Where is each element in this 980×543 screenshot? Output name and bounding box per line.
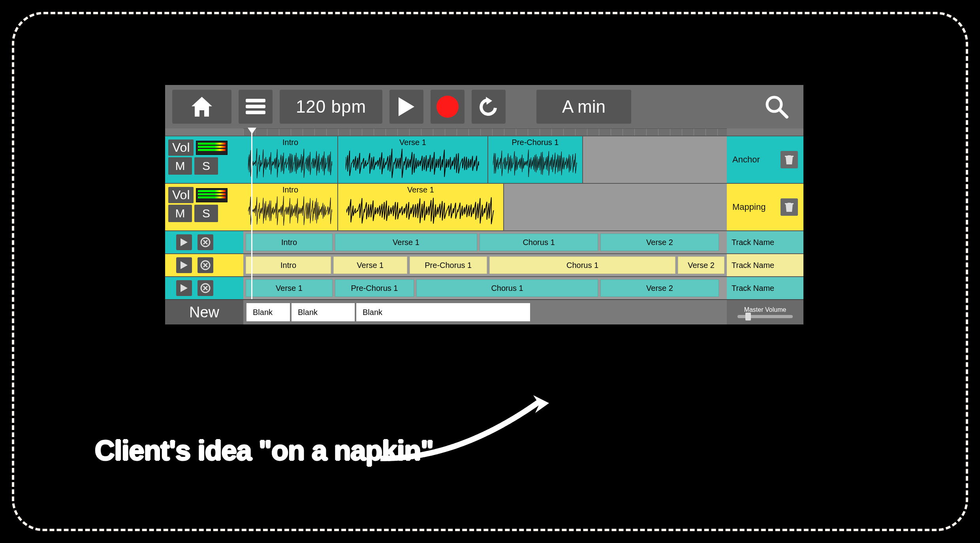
audio-clip[interactable]: Verse 1 [338, 184, 504, 230]
track-play-button[interactable] [176, 257, 192, 273]
undo-button[interactable] [472, 90, 506, 124]
track-lane[interactable]: Intro Verse 1 [243, 184, 727, 230]
volume-label[interactable]: Vol [168, 140, 194, 156]
menu-button[interactable] [239, 90, 273, 124]
toolbar: 120 bpm A min [165, 85, 803, 128]
play-icon [181, 261, 188, 269]
svg-rect-0 [246, 99, 265, 102]
svg-rect-1 [246, 105, 265, 108]
x-circle-icon [200, 283, 211, 293]
trash-icon [784, 154, 794, 165]
section-segment[interactable]: Verse 1 [335, 234, 477, 251]
section-segment[interactable]: Pre-Chorus 1 [410, 256, 487, 274]
level-meter [196, 188, 228, 202]
section-lane[interactable]: IntroVerse 1Chorus 1Verse 2 [243, 231, 727, 253]
audio-clip[interactable]: Verse 1 [338, 136, 488, 183]
hamburger-icon [246, 99, 265, 115]
play-button[interactable] [389, 90, 423, 124]
section-track: IntroVerse 1Chorus 1Verse 2 Track Name [165, 230, 803, 253]
solo-button[interactable]: S [194, 205, 218, 222]
search-icon [764, 94, 789, 119]
solo-button[interactable]: S [194, 157, 218, 175]
level-meter [196, 141, 228, 155]
section-segment[interactable]: Chorus 1 [480, 234, 598, 251]
master-volume-slider[interactable] [737, 315, 793, 318]
home-icon [190, 96, 214, 117]
section-segment[interactable]: Chorus 1 [416, 279, 598, 297]
section-segment[interactable]: Verse 1 [333, 256, 407, 274]
search-button[interactable] [757, 90, 796, 124]
blank-segment[interactable]: Blank [246, 303, 290, 321]
svg-rect-2 [246, 111, 265, 114]
play-icon [181, 238, 188, 246]
volume-label[interactable]: Vol [168, 187, 194, 203]
track-play-button[interactable] [176, 280, 192, 296]
home-button[interactable] [172, 90, 231, 124]
section-segment[interactable]: Verse 2 [600, 234, 719, 251]
track-header: Vol M S [165, 184, 243, 230]
section-segment[interactable]: Chorus 1 [489, 256, 675, 274]
audio-clip[interactable]: Intro [243, 184, 338, 230]
mute-button[interactable]: M [168, 205, 192, 222]
audio-track: Vol M S Intro Verse 1 Mapping [165, 183, 803, 230]
undo-icon [478, 96, 499, 117]
clip-label: Verse 1 [407, 185, 434, 194]
key-display[interactable]: A min [536, 90, 631, 124]
x-circle-icon [200, 237, 211, 247]
section-track: Verse 1Pre-Chorus 1Chorus 1Verse 2 Track… [165, 276, 803, 299]
section-segment[interactable]: Verse 2 [600, 279, 719, 297]
master-volume: Master Volume [727, 300, 803, 324]
track-tail: Mapping [727, 184, 803, 230]
blank-segment[interactable]: Blank [292, 303, 355, 321]
track-lane[interactable]: Intro Verse 1 Pre-Chorus 1 [243, 136, 727, 183]
section-segment[interactable]: Verse 1 [246, 279, 333, 297]
section-track-header [165, 277, 243, 299]
delete-track-button[interactable] [781, 198, 798, 216]
section-track-header [165, 254, 243, 276]
mute-button[interactable]: M [168, 157, 192, 175]
delete-track-button[interactable] [781, 151, 798, 168]
section-segment[interactable]: Intro [246, 256, 331, 274]
timeline-ruler[interactable] [243, 128, 727, 136]
clip-label: Pre-Chorus 1 [512, 138, 559, 147]
bottom-row: New BlankBlankBlank Master Volume [165, 299, 803, 324]
blank-segment[interactable]: Blank [356, 303, 530, 321]
track-header: Vol M S [165, 136, 243, 183]
clip-label: Intro [282, 185, 298, 194]
daw-mockup: 120 bpm A min Vol M S [165, 85, 803, 324]
playhead[interactable] [251, 128, 252, 299]
caption-text: Client's idea "on a napkin" [95, 435, 433, 466]
section-segment[interactable]: Pre-Chorus 1 [335, 279, 414, 297]
track-settings-button[interactable] [198, 280, 213, 296]
record-button[interactable] [431, 90, 465, 124]
svg-line-4 [780, 110, 787, 117]
x-circle-icon [200, 260, 211, 270]
section-track-header [165, 231, 243, 253]
blank-lane: BlankBlankBlank [243, 300, 727, 324]
section-segment[interactable]: Verse 2 [678, 256, 724, 274]
section-track-name[interactable]: Track Name [727, 254, 803, 276]
tempo-display[interactable]: 120 bpm [280, 90, 382, 124]
clip-label: Verse 1 [399, 138, 426, 147]
trash-icon [784, 202, 794, 213]
track-settings-button[interactable] [198, 257, 213, 273]
audio-track: Vol M S Intro Verse 1 Pre-Chorus 1 Ancho… [165, 136, 803, 183]
play-icon [181, 284, 188, 292]
section-track: IntroVerse 1Pre-Chorus 1Chorus 1Verse 2 … [165, 253, 803, 276]
section-lane[interactable]: IntroVerse 1Pre-Chorus 1Chorus 1Verse 2 [243, 254, 727, 276]
audio-clip[interactable]: Pre-Chorus 1 [488, 136, 583, 183]
track-name-label: Anchor [732, 155, 760, 165]
new-button[interactable]: New [165, 300, 243, 324]
track-name-label: Mapping [732, 202, 766, 212]
record-icon [436, 96, 459, 118]
section-track-name[interactable]: Track Name [727, 277, 803, 299]
tracks-area: Vol M S Intro Verse 1 Pre-Chorus 1 Ancho… [165, 128, 803, 299]
track-tail: Anchor [727, 136, 803, 183]
play-icon [399, 97, 414, 116]
audio-clip[interactable]: Intro [243, 136, 338, 183]
section-track-name[interactable]: Track Name [727, 231, 803, 253]
section-segment[interactable]: Intro [246, 234, 333, 251]
section-lane[interactable]: Verse 1Pre-Chorus 1Chorus 1Verse 2 [243, 277, 727, 299]
track-play-button[interactable] [176, 234, 192, 250]
track-settings-button[interactable] [198, 234, 213, 250]
